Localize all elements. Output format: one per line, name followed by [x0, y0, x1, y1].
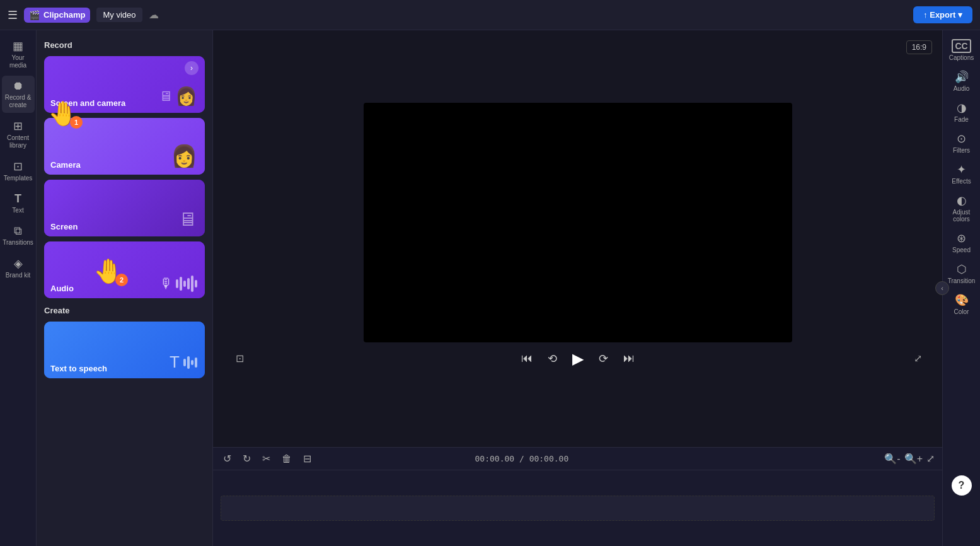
right-nav-effects[interactable]: ✦ Effects — [944, 159, 979, 189]
color-icon: 🎨 — [955, 293, 969, 307]
time-separator: / — [519, 454, 529, 463]
sidebar-item-templates[interactable]: ⊡ Templates — [2, 156, 35, 186]
current-time: 00:00.00 — [475, 454, 515, 463]
right-nav-captions[interactable]: CC Captions — [944, 35, 979, 65]
split-button[interactable]: ⊟ — [301, 451, 314, 466]
audio-right-label: Audio — [954, 85, 970, 92]
sidebar-label-transitions: Transitions — [3, 239, 33, 247]
export-button[interactable]: ↑ Export ▾ — [913, 6, 972, 23]
fit-timeline-button[interactable]: ⤢ — [926, 453, 935, 465]
brand-name: Clipchamp — [43, 10, 85, 20]
record-create-icon: ⏺ — [13, 79, 24, 93]
project-title[interactable]: My video — [96, 8, 142, 22]
playback-controls: ⊡ ⏮ ⟲ ▶ ⟳ ⏭ ⤢ — [223, 342, 932, 375]
fade-icon: ◑ — [957, 101, 967, 115]
fade-label: Fade — [954, 116, 969, 123]
record-panel: Record Screen and camera › 🖥 👩 Camera 👩 — [37, 30, 213, 546]
redo-button[interactable]: ↻ — [240, 451, 253, 466]
filters-icon: ⊙ — [957, 132, 966, 146]
camera-card[interactable]: Camera 👩 — [44, 118, 205, 175]
topbar-right: ↑ Export ▾ — [913, 6, 972, 23]
content-library-icon: ⊞ — [13, 119, 23, 133]
right-sidebar: ‹ CC Captions 🔊 Audio ◑ Fade ⊙ Filters ✦… — [942, 30, 980, 546]
tts-deco: T — [170, 352, 197, 372]
camera-label: Camera — [50, 160, 81, 170]
right-nav-color[interactable]: 🎨 Color — [944, 289, 979, 319]
text-to-speech-card[interactable]: Text to speech T — [44, 322, 205, 378]
aspect-ratio-button[interactable]: 16:9 — [906, 40, 932, 54]
total-time: 00:00.00 — [529, 454, 569, 463]
brand-logo[interactable]: 🎬 Clipchamp — [24, 8, 90, 23]
timeline-empty-track — [221, 496, 935, 521]
right-nav-adjust-colors[interactable]: ◐ Adjust colors — [944, 190, 979, 226]
subtitle-toggle-button[interactable]: ⊡ — [233, 350, 246, 367]
sidebar-item-content-library[interactable]: ⊞ Content library — [2, 115, 35, 153]
speed-icon: ⊛ — [957, 231, 966, 245]
topbar-left: ☰ 🎬 Clipchamp My video ☁ — [8, 8, 907, 23]
effects-label: Effects — [952, 178, 971, 185]
play-button[interactable]: ▶ — [570, 347, 586, 370]
effects-icon: ✦ — [957, 163, 966, 177]
sidebar-item-record-create[interactable]: ⏺ Record & create — [2, 76, 35, 113]
sidebar-label-record-create: Record & create — [4, 94, 32, 109]
sidebar-label-brand-kit: Brand kit — [6, 272, 30, 279]
forward-button[interactable]: ⟳ — [596, 349, 611, 368]
cut-button[interactable]: ✂ — [260, 451, 273, 466]
mic-wave — [176, 276, 197, 292]
skip-back-button[interactable]: ⏮ — [519, 349, 535, 368]
sidebar-label-content-library: Content library — [4, 134, 32, 149]
brand-kit-icon: ◈ — [14, 257, 23, 270]
left-nav: ▦ Your media ⏺ Record & create ⊞ Content… — [0, 30, 37, 546]
video-canvas — [364, 103, 792, 342]
undo-button[interactable]: ↺ — [221, 451, 234, 466]
camera-deco: 👩 — [171, 143, 197, 168]
text-to-speech-label: Text to speech — [50, 364, 107, 373]
help-button[interactable]: ? — [952, 475, 972, 496]
timeline-time: 00:00.00 / 00:00.00 — [475, 454, 569, 463]
preview-top-right: 16:9 — [906, 40, 932, 54]
collapse-sidebar-button[interactable]: ‹ — [935, 281, 949, 295]
text-icon: T — [14, 192, 21, 206]
screen-deco: 🖥 — [178, 209, 197, 230]
timeline-toolbar: ↺ ↻ ✂ 🗑 ⊟ 00:00.00 / 00:00.00 🔍- 🔍+ ⤢ — [213, 448, 942, 470]
speed-label: Speed — [952, 247, 971, 253]
adjust-colors-icon: ◐ — [957, 194, 967, 207]
delete-button[interactable]: 🗑 — [279, 452, 294, 466]
sidebar-label-your-media: Your media — [4, 54, 32, 69]
right-nav-transition[interactable]: ⬡ Transition — [944, 258, 979, 288]
timeline-area: ↺ ↻ ✂ 🗑 ⊟ 00:00.00 / 00:00.00 🔍- 🔍+ ⤢ — [213, 447, 942, 546]
sidebar-item-your-media[interactable]: ▦ Your media — [2, 35, 35, 73]
screen-and-camera-label: Screen and camera — [50, 98, 125, 108]
screen-card[interactable]: Screen 🖥 — [44, 180, 205, 236]
audio-deco: 🎙 — [159, 276, 197, 292]
fullscreen-button[interactable]: ⤢ — [914, 352, 922, 364]
your-media-icon: ▦ — [13, 39, 23, 53]
center-area: 16:9 ⊡ ⏮ ⟲ ▶ ⟳ ⏭ ⤢ ↺ ↻ ✂ 🗑 ⊟ 00:0 — [213, 30, 942, 546]
screen-camera-deco: 🖥 👩 — [159, 86, 197, 107]
timeline-track-area — [213, 470, 942, 546]
right-nav-audio[interactable]: 🔊 Audio — [944, 66, 979, 96]
color-label: Color — [954, 308, 969, 315]
screen-and-camera-card[interactable]: Screen and camera › 🖥 👩 — [44, 56, 205, 113]
tts-wave — [183, 356, 197, 369]
zoom-in-button[interactable]: 🔍+ — [904, 453, 923, 465]
sidebar-label-templates: Templates — [4, 175, 33, 182]
right-nav-fade[interactable]: ◑ Fade — [944, 97, 979, 127]
screen-camera-arrow: › — [185, 61, 199, 75]
right-nav-filters[interactable]: ⊙ Filters — [944, 128, 979, 158]
sidebar-item-text[interactable]: T Text — [2, 189, 35, 218]
skip-forward-button[interactable]: ⏭ — [621, 349, 637, 368]
sidebar-label-text: Text — [12, 207, 23, 214]
cloud-icon: ☁ — [149, 9, 159, 21]
record-section-title: Record — [44, 40, 205, 50]
audio-card[interactable]: Audio 🎙 — [44, 241, 205, 298]
sidebar-item-transitions[interactable]: ⧉ Transitions — [2, 221, 35, 250]
zoom-out-button[interactable]: 🔍- — [884, 453, 900, 465]
right-nav-speed[interactable]: ⊛ Speed — [944, 228, 979, 257]
templates-icon: ⊡ — [13, 160, 23, 173]
hamburger-icon[interactable]: ☰ — [8, 8, 18, 22]
transitions-icon: ⧉ — [14, 224, 22, 238]
topbar: ☰ 🎬 Clipchamp My video ☁ ↑ Export ▾ — [0, 0, 980, 30]
sidebar-item-brand-kit[interactable]: ◈ Brand kit — [2, 253, 35, 283]
rewind-button[interactable]: ⟲ — [545, 349, 560, 368]
